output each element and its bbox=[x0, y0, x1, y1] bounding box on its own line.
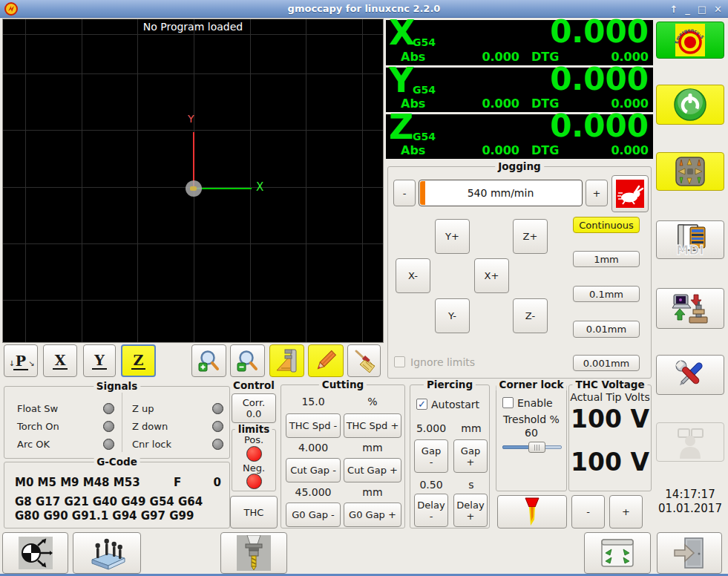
jog-speed-value: 540 mm/min bbox=[419, 187, 582, 199]
jog-y-minus-button[interactable]: Y- bbox=[435, 298, 470, 333]
ignore-limits-label: Ignore limits bbox=[410, 356, 475, 368]
exit-door-icon bbox=[673, 536, 706, 570]
fullscreen-button[interactable] bbox=[584, 532, 651, 574]
autostart-checkbox[interactable] bbox=[416, 399, 427, 410]
caliper-icon bbox=[275, 348, 300, 373]
increment-0001mm-button[interactable]: 0.001mm bbox=[573, 355, 640, 371]
g0-gap-minus-button[interactable]: G0 Gap - bbox=[286, 503, 341, 527]
pierce-height-value: 5.000 bbox=[413, 422, 449, 434]
dro-axis-x[interactable]: X G54 0.000 Abs 0.000 DTG 0.000 bbox=[386, 20, 653, 65]
maximize-button[interactable]: □ bbox=[698, 4, 706, 15]
show-dimensions-button[interactable] bbox=[269, 344, 304, 377]
preview-canvas[interactable]: No Program loaded Y X bbox=[2, 19, 384, 343]
thc-speed-plus-button[interactable]: THC Spd + bbox=[344, 413, 401, 438]
pierce-gap-plus-button[interactable]: Gap+ bbox=[453, 439, 488, 473]
signals-divider bbox=[122, 393, 122, 452]
jog-z-minus-button[interactable]: Z- bbox=[513, 298, 548, 333]
view-x-button[interactable]: X bbox=[43, 344, 77, 377]
cut-gap-minus-button[interactable]: Cut Gap - bbox=[286, 458, 341, 482]
jogging-title: Jogging bbox=[495, 160, 544, 172]
close-button[interactable]: ✕ bbox=[714, 4, 722, 15]
thc-speed-unit: % bbox=[344, 396, 401, 408]
threshold-slider-handle[interactable] bbox=[528, 442, 545, 453]
dro-x-value: 0.000 bbox=[550, 13, 649, 50]
jog-y-plus-button[interactable]: Y+ bbox=[435, 219, 470, 254]
limits-title: limits bbox=[235, 423, 272, 435]
view-y-button[interactable]: Y bbox=[83, 344, 116, 377]
jog-z-plus-button[interactable]: Z+ bbox=[513, 219, 548, 254]
view-p-label: P bbox=[13, 353, 28, 370]
pierce-gap-minus-button[interactable]: Gap- bbox=[414, 439, 448, 473]
limit-neg-led bbox=[246, 474, 262, 489]
minimize-button[interactable]: _ bbox=[685, 4, 690, 15]
zoom-out-button[interactable] bbox=[230, 344, 265, 377]
touch-off-button[interactable] bbox=[2, 532, 68, 574]
user-settings-button[interactable] bbox=[656, 422, 724, 462]
corner-lock-enable-checkbox[interactable] bbox=[502, 397, 514, 408]
jog-x-plus-button[interactable]: X+ bbox=[474, 258, 509, 293]
height-correction-button[interactable]: Corr. 0.0 bbox=[232, 393, 276, 423]
tip-volts-value-bottom: 100 V bbox=[569, 448, 651, 477]
voltage-plus-button[interactable]: + bbox=[609, 495, 643, 528]
tip-volts-value-top: 100 V bbox=[569, 405, 651, 433]
piercing-frame: Piercing Autostart 5.000 mm Gap- Gap+ 0.… bbox=[410, 384, 490, 528]
threshold-slider[interactable] bbox=[502, 442, 562, 453]
machine-on-button[interactable] bbox=[656, 85, 724, 125]
settings-button[interactable] bbox=[656, 355, 724, 395]
signal-z-down-label: Z down bbox=[132, 421, 168, 432]
draw-mode-button[interactable] bbox=[308, 344, 344, 377]
increment-1mm-button[interactable]: 1mm bbox=[573, 251, 640, 267]
jog-turbo-button[interactable] bbox=[611, 175, 649, 212]
dro-x-abs-value: 0.000 bbox=[460, 50, 519, 64]
ignore-limits-checkbox[interactable] bbox=[394, 356, 405, 367]
pierce-delay-plus-button[interactable]: Delay+ bbox=[453, 494, 488, 527]
signal-z-down-led bbox=[212, 421, 223, 432]
signal-z-up-label: Z up bbox=[132, 403, 154, 414]
dro-z-value: 0.000 bbox=[550, 108, 649, 144]
mode-manual-button[interactable] bbox=[656, 152, 724, 191]
active-g-codes: G8 G17 G21 G40 G49 G54 G64 G80 G90 G91.1… bbox=[15, 495, 227, 523]
dro-axis-y[interactable]: Y G54 0.000 Abs 0.000 DTG 0.000 bbox=[386, 68, 653, 112]
thc-enable-button[interactable]: THC bbox=[230, 496, 278, 528]
g0-gap-plus-button[interactable]: G0 Gap + bbox=[344, 503, 401, 527]
active-m-codes: M0 M5 M9 M48 M53 bbox=[15, 476, 140, 489]
tool-position-marker bbox=[186, 180, 202, 197]
program-status: No Program loaded bbox=[3, 21, 383, 33]
voltage-minus-button[interactable]: - bbox=[571, 495, 605, 528]
clear-preview-button[interactable] bbox=[347, 344, 381, 377]
gcode-frame: G-Code M0 M5 M9 M48 M53 F 0 G8 G17 G21 G… bbox=[4, 462, 230, 528]
threshold-value: 60 bbox=[496, 427, 566, 439]
jog-speed-plus-button[interactable]: + bbox=[586, 180, 608, 206]
exit-button[interactable] bbox=[657, 532, 722, 574]
mode-mdi-button[interactable]: MDI bbox=[656, 220, 724, 259]
threshold-label: Treshold % bbox=[496, 413, 566, 425]
shade-button[interactable]: ↑ bbox=[669, 4, 678, 15]
touch-plate-button[interactable] bbox=[73, 532, 141, 574]
torch-button[interactable] bbox=[497, 495, 567, 528]
view-perspective-button[interactable]: ↓P↘ bbox=[4, 344, 38, 377]
dro-axis-z[interactable]: Z G54 0.000 Abs 0.000 DTG 0.000 bbox=[386, 114, 653, 159]
tool-settings-button[interactable] bbox=[220, 532, 287, 574]
jog-x-minus-button[interactable]: X- bbox=[396, 258, 430, 293]
cut-gap-plus-button[interactable]: Cut Gap + bbox=[344, 458, 401, 482]
increment-continuous-button[interactable]: Continuous bbox=[573, 217, 640, 233]
mode-auto-button[interactable] bbox=[656, 288, 724, 329]
piercing-title: Piercing bbox=[424, 379, 476, 390]
view-z-label: Z bbox=[131, 353, 146, 370]
signal-float-sw-label: Float Sw bbox=[17, 403, 58, 414]
thc-speed-minus-button[interactable]: THC Spd - bbox=[286, 413, 341, 438]
increment-01mm-button[interactable]: 0.1mm bbox=[573, 286, 640, 302]
dro-x-system: G54 bbox=[413, 36, 436, 48]
signals-title: Signals bbox=[94, 380, 140, 392]
pierce-delay-minus-button[interactable]: Delay- bbox=[414, 494, 448, 527]
clock-time: 14:17:17 bbox=[656, 488, 724, 502]
touch-plate-icon bbox=[86, 536, 128, 570]
jog-speed-minus-button[interactable]: - bbox=[393, 180, 416, 206]
spindle-tool-icon bbox=[237, 535, 271, 571]
zoom-in-icon bbox=[197, 349, 221, 373]
estop-button[interactable]: Emergency-Stop bbox=[656, 22, 724, 59]
clock: 14:17:17 01.01.2017 bbox=[656, 488, 724, 516]
increment-001mm-button[interactable]: 0.01mm bbox=[573, 321, 640, 338]
zoom-in-button[interactable] bbox=[191, 344, 226, 377]
view-z-button[interactable]: Z bbox=[121, 344, 156, 377]
